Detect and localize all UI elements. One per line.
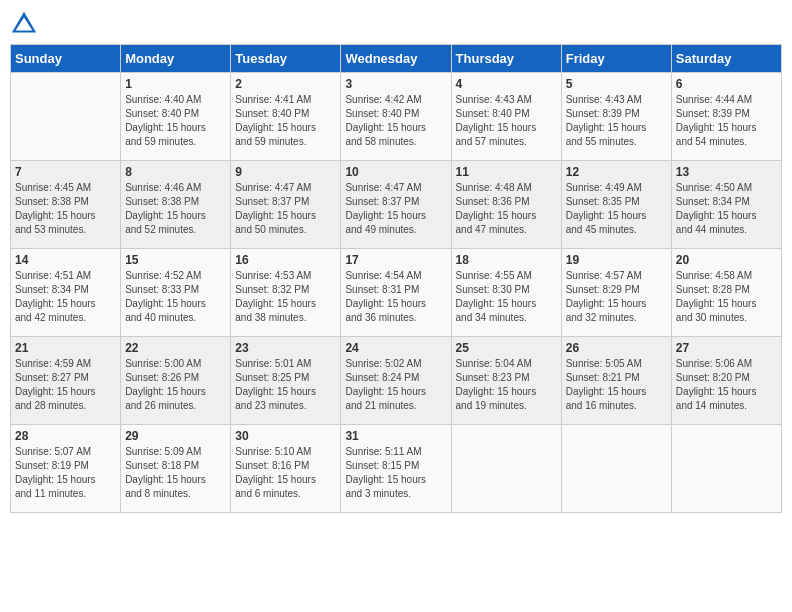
day-number: 19 (566, 253, 667, 267)
week-row-3: 14Sunrise: 4:51 AM Sunset: 8:34 PM Dayli… (11, 249, 782, 337)
calendar-body: 1Sunrise: 4:40 AM Sunset: 8:40 PM Daylig… (11, 73, 782, 513)
calendar-cell: 3Sunrise: 4:42 AM Sunset: 8:40 PM Daylig… (341, 73, 451, 161)
day-number: 28 (15, 429, 116, 443)
day-number: 10 (345, 165, 446, 179)
page-header (10, 10, 782, 38)
header-cell-monday: Monday (121, 45, 231, 73)
cell-content: Sunrise: 4:47 AM Sunset: 8:37 PM Dayligh… (235, 181, 336, 237)
calendar-cell: 20Sunrise: 4:58 AM Sunset: 8:28 PM Dayli… (671, 249, 781, 337)
header-cell-tuesday: Tuesday (231, 45, 341, 73)
day-number: 17 (345, 253, 446, 267)
day-number: 27 (676, 341, 777, 355)
header-row: SundayMondayTuesdayWednesdayThursdayFrid… (11, 45, 782, 73)
cell-content: Sunrise: 4:40 AM Sunset: 8:40 PM Dayligh… (125, 93, 226, 149)
cell-content: Sunrise: 4:59 AM Sunset: 8:27 PM Dayligh… (15, 357, 116, 413)
week-row-5: 28Sunrise: 5:07 AM Sunset: 8:19 PM Dayli… (11, 425, 782, 513)
cell-content: Sunrise: 5:10 AM Sunset: 8:16 PM Dayligh… (235, 445, 336, 501)
calendar-cell: 17Sunrise: 4:54 AM Sunset: 8:31 PM Dayli… (341, 249, 451, 337)
day-number: 26 (566, 341, 667, 355)
day-number: 24 (345, 341, 446, 355)
day-number: 3 (345, 77, 446, 91)
cell-content: Sunrise: 5:09 AM Sunset: 8:18 PM Dayligh… (125, 445, 226, 501)
cell-content: Sunrise: 5:01 AM Sunset: 8:25 PM Dayligh… (235, 357, 336, 413)
calendar-cell: 13Sunrise: 4:50 AM Sunset: 8:34 PM Dayli… (671, 161, 781, 249)
calendar-cell: 11Sunrise: 4:48 AM Sunset: 8:36 PM Dayli… (451, 161, 561, 249)
cell-content: Sunrise: 5:05 AM Sunset: 8:21 PM Dayligh… (566, 357, 667, 413)
cell-content: Sunrise: 4:50 AM Sunset: 8:34 PM Dayligh… (676, 181, 777, 237)
cell-content: Sunrise: 5:06 AM Sunset: 8:20 PM Dayligh… (676, 357, 777, 413)
calendar-cell: 30Sunrise: 5:10 AM Sunset: 8:16 PM Dayli… (231, 425, 341, 513)
calendar-cell: 25Sunrise: 5:04 AM Sunset: 8:23 PM Dayli… (451, 337, 561, 425)
day-number: 15 (125, 253, 226, 267)
week-row-4: 21Sunrise: 4:59 AM Sunset: 8:27 PM Dayli… (11, 337, 782, 425)
day-number: 9 (235, 165, 336, 179)
day-number: 25 (456, 341, 557, 355)
cell-content: Sunrise: 4:53 AM Sunset: 8:32 PM Dayligh… (235, 269, 336, 325)
cell-content: Sunrise: 4:45 AM Sunset: 8:38 PM Dayligh… (15, 181, 116, 237)
logo-icon (10, 10, 38, 38)
day-number: 30 (235, 429, 336, 443)
calendar-cell (11, 73, 121, 161)
calendar-table: SundayMondayTuesdayWednesdayThursdayFrid… (10, 44, 782, 513)
calendar-cell: 22Sunrise: 5:00 AM Sunset: 8:26 PM Dayli… (121, 337, 231, 425)
day-number: 18 (456, 253, 557, 267)
calendar-cell: 4Sunrise: 4:43 AM Sunset: 8:40 PM Daylig… (451, 73, 561, 161)
cell-content: Sunrise: 4:43 AM Sunset: 8:39 PM Dayligh… (566, 93, 667, 149)
day-number: 2 (235, 77, 336, 91)
cell-content: Sunrise: 4:41 AM Sunset: 8:40 PM Dayligh… (235, 93, 336, 149)
header-cell-sunday: Sunday (11, 45, 121, 73)
calendar-cell: 29Sunrise: 5:09 AM Sunset: 8:18 PM Dayli… (121, 425, 231, 513)
day-number: 31 (345, 429, 446, 443)
calendar-cell: 27Sunrise: 5:06 AM Sunset: 8:20 PM Dayli… (671, 337, 781, 425)
calendar-cell: 16Sunrise: 4:53 AM Sunset: 8:32 PM Dayli… (231, 249, 341, 337)
day-number: 1 (125, 77, 226, 91)
day-number: 7 (15, 165, 116, 179)
header-cell-wednesday: Wednesday (341, 45, 451, 73)
day-number: 12 (566, 165, 667, 179)
calendar-cell (451, 425, 561, 513)
calendar-cell: 31Sunrise: 5:11 AM Sunset: 8:15 PM Dayli… (341, 425, 451, 513)
week-row-2: 7Sunrise: 4:45 AM Sunset: 8:38 PM Daylig… (11, 161, 782, 249)
cell-content: Sunrise: 4:42 AM Sunset: 8:40 PM Dayligh… (345, 93, 446, 149)
cell-content: Sunrise: 5:04 AM Sunset: 8:23 PM Dayligh… (456, 357, 557, 413)
cell-content: Sunrise: 4:55 AM Sunset: 8:30 PM Dayligh… (456, 269, 557, 325)
cell-content: Sunrise: 4:43 AM Sunset: 8:40 PM Dayligh… (456, 93, 557, 149)
cell-content: Sunrise: 4:51 AM Sunset: 8:34 PM Dayligh… (15, 269, 116, 325)
day-number: 13 (676, 165, 777, 179)
cell-content: Sunrise: 4:49 AM Sunset: 8:35 PM Dayligh… (566, 181, 667, 237)
cell-content: Sunrise: 4:47 AM Sunset: 8:37 PM Dayligh… (345, 181, 446, 237)
cell-content: Sunrise: 4:54 AM Sunset: 8:31 PM Dayligh… (345, 269, 446, 325)
cell-content: Sunrise: 5:11 AM Sunset: 8:15 PM Dayligh… (345, 445, 446, 501)
calendar-cell: 7Sunrise: 4:45 AM Sunset: 8:38 PM Daylig… (11, 161, 121, 249)
day-number: 8 (125, 165, 226, 179)
calendar-cell: 23Sunrise: 5:01 AM Sunset: 8:25 PM Dayli… (231, 337, 341, 425)
calendar-cell: 21Sunrise: 4:59 AM Sunset: 8:27 PM Dayli… (11, 337, 121, 425)
cell-content: Sunrise: 4:52 AM Sunset: 8:33 PM Dayligh… (125, 269, 226, 325)
cell-content: Sunrise: 5:02 AM Sunset: 8:24 PM Dayligh… (345, 357, 446, 413)
calendar-header: SundayMondayTuesdayWednesdayThursdayFrid… (11, 45, 782, 73)
calendar-cell (561, 425, 671, 513)
calendar-cell: 5Sunrise: 4:43 AM Sunset: 8:39 PM Daylig… (561, 73, 671, 161)
calendar-cell: 28Sunrise: 5:07 AM Sunset: 8:19 PM Dayli… (11, 425, 121, 513)
calendar-cell: 6Sunrise: 4:44 AM Sunset: 8:39 PM Daylig… (671, 73, 781, 161)
week-row-1: 1Sunrise: 4:40 AM Sunset: 8:40 PM Daylig… (11, 73, 782, 161)
calendar-cell: 10Sunrise: 4:47 AM Sunset: 8:37 PM Dayli… (341, 161, 451, 249)
cell-content: Sunrise: 4:44 AM Sunset: 8:39 PM Dayligh… (676, 93, 777, 149)
day-number: 20 (676, 253, 777, 267)
calendar-cell: 12Sunrise: 4:49 AM Sunset: 8:35 PM Dayli… (561, 161, 671, 249)
calendar-cell: 8Sunrise: 4:46 AM Sunset: 8:38 PM Daylig… (121, 161, 231, 249)
calendar-cell: 1Sunrise: 4:40 AM Sunset: 8:40 PM Daylig… (121, 73, 231, 161)
day-number: 29 (125, 429, 226, 443)
day-number: 11 (456, 165, 557, 179)
day-number: 16 (235, 253, 336, 267)
calendar-cell: 14Sunrise: 4:51 AM Sunset: 8:34 PM Dayli… (11, 249, 121, 337)
logo (10, 10, 42, 38)
header-cell-friday: Friday (561, 45, 671, 73)
header-cell-saturday: Saturday (671, 45, 781, 73)
calendar-cell (671, 425, 781, 513)
day-number: 22 (125, 341, 226, 355)
day-number: 5 (566, 77, 667, 91)
calendar-cell: 19Sunrise: 4:57 AM Sunset: 8:29 PM Dayli… (561, 249, 671, 337)
calendar-cell: 9Sunrise: 4:47 AM Sunset: 8:37 PM Daylig… (231, 161, 341, 249)
cell-content: Sunrise: 4:46 AM Sunset: 8:38 PM Dayligh… (125, 181, 226, 237)
